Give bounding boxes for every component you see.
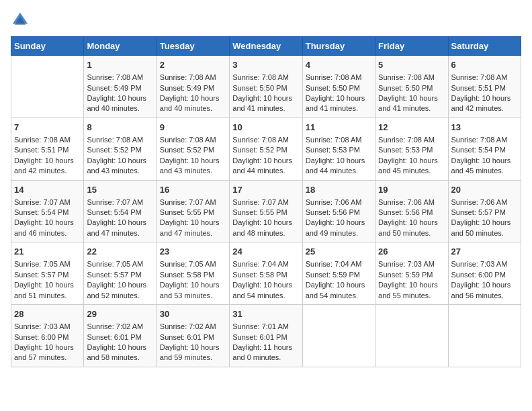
header-day-saturday: Saturday	[448, 37, 521, 56]
day-number: 19	[378, 184, 445, 196]
calendar-cell	[448, 305, 521, 367]
daylight-text-2: and 48 minutes.	[232, 229, 285, 237]
sunset-text: Sunset: 5:52 PM	[232, 146, 287, 154]
calendar-cell: 15Sunrise: 7:07 AMSunset: 5:54 PMDayligh…	[84, 180, 157, 242]
day-number: 2	[160, 59, 226, 71]
daylight-text-1: Daylight: 10 hours	[306, 218, 365, 226]
sunset-text: Sunset: 5:57 PM	[451, 208, 506, 216]
calendar-cell: 31Sunrise: 7:01 AMSunset: 6:01 PMDayligh…	[230, 305, 302, 367]
sunrise-text: Sunrise: 7:08 AM	[378, 73, 435, 81]
calendar-cell: 9Sunrise: 7:08 AMSunset: 5:52 PMDaylight…	[157, 118, 229, 180]
sunrise-text: Sunrise: 7:08 AM	[378, 136, 435, 144]
day-number: 1	[87, 59, 153, 71]
daylight-text-1: Daylight: 10 hours	[306, 94, 365, 102]
calendar-cell: 19Sunrise: 7:06 AMSunset: 5:56 PMDayligh…	[375, 180, 448, 242]
header-row: SundayMondayTuesdayWednesdayThursdayFrid…	[11, 37, 521, 56]
calendar-cell: 2Sunrise: 7:08 AMSunset: 5:49 PMDaylight…	[157, 56, 229, 118]
sunrise-text: Sunrise: 7:06 AM	[378, 198, 435, 206]
daylight-text-1: Daylight: 10 hours	[87, 343, 146, 351]
sunrise-text: Sunrise: 7:04 AM	[306, 260, 362, 268]
day-number: 14	[14, 184, 81, 196]
day-number: 25	[306, 246, 372, 258]
daylight-text-2: and 41 minutes.	[378, 104, 431, 112]
calendar-cell	[11, 56, 84, 118]
day-number: 24	[232, 246, 299, 258]
daylight-text-2: and 42 minutes.	[451, 104, 504, 112]
week-row-0: 1Sunrise: 7:08 AMSunset: 5:49 PMDaylight…	[11, 56, 521, 118]
sunrise-text: Sunrise: 7:05 AM	[14, 260, 71, 268]
daylight-text-2: and 44 minutes.	[232, 167, 285, 175]
sunrise-text: Sunrise: 7:07 AM	[232, 198, 289, 206]
header-day-sunday: Sunday	[11, 37, 84, 56]
sunset-text: Sunset: 5:56 PM	[306, 208, 360, 216]
daylight-text-1: Daylight: 10 hours	[451, 156, 511, 165]
daylight-text-2: and 41 minutes.	[306, 104, 358, 112]
sunrise-text: Sunrise: 7:08 AM	[14, 136, 71, 144]
header-day-friday: Friday	[375, 37, 448, 56]
daylight-text-1: Daylight: 10 hours	[378, 94, 438, 102]
day-number: 22	[87, 246, 153, 258]
logo-icon	[11, 11, 30, 30]
calendar-cell: 14Sunrise: 7:07 AMSunset: 5:54 PMDayligh…	[11, 180, 84, 242]
calendar-cell	[302, 305, 375, 367]
day-number: 23	[160, 246, 226, 258]
daylight-text-2: and 50 minutes.	[378, 229, 431, 237]
calendar-cell: 4Sunrise: 7:08 AMSunset: 5:50 PMDaylight…	[302, 56, 375, 118]
calendar-cell: 5Sunrise: 7:08 AMSunset: 5:50 PMDaylight…	[375, 56, 448, 118]
sunset-text: Sunset: 5:58 PM	[160, 271, 214, 279]
sunset-text: Sunset: 5:56 PM	[378, 208, 433, 216]
sunset-text: Sunset: 5:59 PM	[378, 271, 433, 279]
calendar-table: SundayMondayTuesdayWednesdayThursdayFrid…	[11, 36, 521, 367]
daylight-text-2: and 58 minutes.	[87, 353, 139, 361]
sunrise-text: Sunrise: 7:05 AM	[87, 260, 143, 268]
sunrise-text: Sunrise: 7:08 AM	[232, 73, 289, 81]
daylight-text-2: and 45 minutes.	[451, 167, 504, 175]
sunrise-text: Sunrise: 7:07 AM	[14, 198, 71, 206]
sunrise-text: Sunrise: 7:06 AM	[451, 198, 508, 206]
calendar-body: 1Sunrise: 7:08 AMSunset: 5:49 PMDaylight…	[11, 56, 521, 367]
calendar-cell: 28Sunrise: 7:03 AMSunset: 6:00 PMDayligh…	[11, 305, 84, 367]
sunset-text: Sunset: 6:01 PM	[87, 333, 141, 341]
week-row-4: 28Sunrise: 7:03 AMSunset: 6:00 PMDayligh…	[11, 305, 521, 367]
day-number: 12	[378, 122, 445, 134]
daylight-text-2: and 40 minutes.	[160, 104, 212, 112]
daylight-text-2: and 49 minutes.	[306, 229, 358, 237]
daylight-text-1: Daylight: 10 hours	[378, 281, 438, 289]
calendar-cell: 17Sunrise: 7:07 AMSunset: 5:55 PMDayligh…	[230, 180, 302, 242]
sunset-text: Sunset: 5:55 PM	[160, 208, 214, 216]
header-day-tuesday: Tuesday	[157, 37, 229, 56]
sunset-text: Sunset: 5:55 PM	[232, 208, 287, 216]
daylight-text-2: and 54 minutes.	[306, 291, 358, 300]
day-number: 9	[160, 122, 226, 134]
daylight-text-2: and 44 minutes.	[306, 167, 358, 175]
sunset-text: Sunset: 6:00 PM	[14, 333, 69, 341]
calendar-cell: 11Sunrise: 7:08 AMSunset: 5:53 PMDayligh…	[302, 118, 375, 180]
day-number: 31	[232, 308, 299, 320]
daylight-text-1: Daylight: 10 hours	[160, 218, 220, 226]
sunrise-text: Sunrise: 7:08 AM	[306, 136, 362, 144]
sunrise-text: Sunrise: 7:07 AM	[160, 198, 216, 206]
daylight-text-1: Daylight: 10 hours	[232, 218, 292, 226]
daylight-text-2: and 47 minutes.	[87, 229, 139, 237]
sunset-text: Sunset: 6:00 PM	[451, 271, 506, 279]
sunset-text: Sunset: 6:01 PM	[160, 333, 214, 341]
calendar-cell: 24Sunrise: 7:04 AMSunset: 5:58 PMDayligh…	[230, 242, 302, 305]
daylight-text-1: Daylight: 10 hours	[232, 156, 292, 165]
sunrise-text: Sunrise: 7:06 AM	[306, 198, 362, 206]
header-day-wednesday: Wednesday	[230, 37, 302, 56]
sunrise-text: Sunrise: 7:08 AM	[87, 73, 143, 81]
calendar-cell: 29Sunrise: 7:02 AMSunset: 6:01 PMDayligh…	[84, 305, 157, 367]
header-day-monday: Monday	[84, 37, 157, 56]
day-number: 26	[378, 246, 445, 258]
sunset-text: Sunset: 6:01 PM	[232, 333, 287, 341]
calendar-header: SundayMondayTuesdayWednesdayThursdayFrid…	[11, 37, 521, 56]
day-number: 8	[87, 122, 153, 134]
day-number: 28	[14, 308, 81, 320]
day-number: 11	[306, 122, 372, 134]
sunrise-text: Sunrise: 7:01 AM	[232, 322, 289, 330]
sunrise-text: Sunrise: 7:03 AM	[451, 260, 508, 268]
calendar-cell: 21Sunrise: 7:05 AMSunset: 5:57 PMDayligh…	[11, 242, 84, 305]
day-number: 16	[160, 184, 226, 196]
calendar-cell: 3Sunrise: 7:08 AMSunset: 5:50 PMDaylight…	[230, 56, 302, 118]
daylight-text-1: Daylight: 10 hours	[14, 343, 74, 351]
